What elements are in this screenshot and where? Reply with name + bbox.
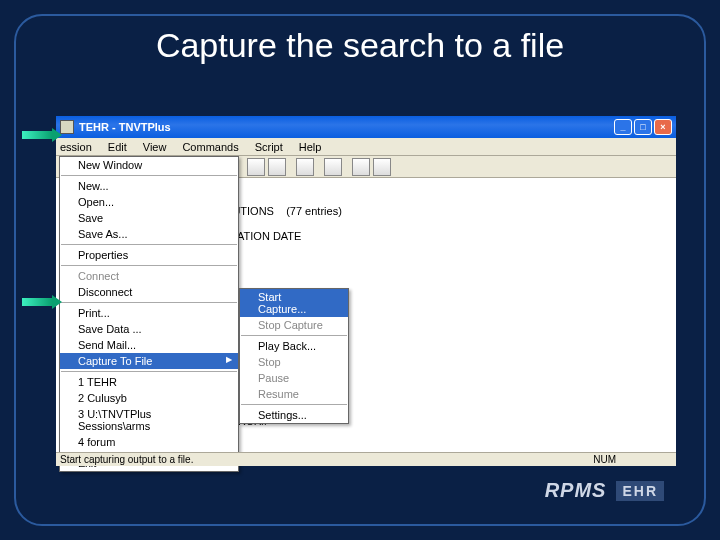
menu-edit[interactable]: Edit	[100, 140, 135, 154]
menu-properties[interactable]: Properties	[60, 247, 238, 263]
menu-new[interactable]: New...	[60, 178, 238, 194]
submenu-play-back[interactable]: Play Back...	[240, 338, 348, 354]
toolbar-icon[interactable]	[373, 158, 391, 176]
menu-session[interactable]: ession	[58, 140, 100, 154]
callout-arrow-icon	[22, 294, 62, 306]
menu-recent-4[interactable]: 4 forum	[60, 434, 238, 450]
menu-recent-1[interactable]: 1 TEHR	[60, 374, 238, 390]
toolbar-icon[interactable]	[296, 158, 314, 176]
menu-help[interactable]: Help	[291, 140, 330, 154]
app-icon	[60, 120, 74, 134]
menu-capture-to-file[interactable]: Capture To File	[60, 353, 238, 369]
window-title: TEHR - TNVTPlus	[79, 121, 614, 133]
menu-script[interactable]: Script	[247, 140, 291, 154]
menubar: ession Edit View Commands Script Help	[56, 138, 676, 156]
submenu-settings[interactable]: Settings...	[240, 407, 348, 423]
logo-ehr: EHR	[616, 481, 664, 501]
menu-recent-3[interactable]: 3 U:\TNVTPlus Sessions\arms	[60, 406, 238, 434]
status-num: NUM	[593, 454, 616, 465]
menu-open[interactable]: Open...	[60, 194, 238, 210]
app-window: TEHR - TNVTPlus _ □ × ession Edit View C…	[56, 116, 676, 466]
menu-commands[interactable]: Commands	[174, 140, 246, 154]
session-dropdown: New Window New... Open... Save Save As..…	[59, 156, 239, 472]
menu-view[interactable]: View	[135, 140, 175, 154]
capture-submenu: Start Capture... Stop Capture Play Back.…	[239, 288, 349, 424]
menu-recent-2[interactable]: 2 Culusyb	[60, 390, 238, 406]
callout-arrow-icon	[22, 127, 62, 139]
menu-save-as[interactable]: Save As...	[60, 226, 238, 242]
submenu-stop-capture: Stop Capture	[240, 317, 348, 333]
menu-save-data[interactable]: Save Data ...	[60, 321, 238, 337]
menu-new-window[interactable]: New Window	[60, 157, 238, 173]
logo-rpms: RPMS	[545, 479, 607, 502]
menu-save[interactable]: Save	[60, 210, 238, 226]
slide-title: Capture the search to a file	[16, 26, 704, 65]
menu-send-mail[interactable]: Send Mail...	[60, 337, 238, 353]
maximize-button[interactable]: □	[634, 119, 652, 135]
submenu-pause: Pause	[240, 370, 348, 386]
close-button[interactable]: ×	[654, 119, 672, 135]
submenu-start-capture[interactable]: Start Capture...	[240, 289, 348, 317]
statusbar: Start capturing output to a file. NUM	[56, 452, 676, 466]
status-text: Start capturing output to a file.	[60, 454, 193, 465]
submenu-stop: Stop	[240, 354, 348, 370]
menu-connect: Connect	[60, 268, 238, 284]
titlebar: TEHR - TNVTPlus _ □ ×	[56, 116, 676, 138]
menu-print[interactable]: Print...	[60, 305, 238, 321]
footer-logo: RPMS EHR	[545, 479, 664, 502]
submenu-resume: Resume	[240, 386, 348, 402]
minimize-button[interactable]: _	[614, 119, 632, 135]
toolbar-icon[interactable]	[352, 158, 370, 176]
menu-disconnect[interactable]: Disconnect	[60, 284, 238, 300]
toolbar-icon[interactable]	[324, 158, 342, 176]
toolbar-icon[interactable]	[268, 158, 286, 176]
toolbar-icon[interactable]	[247, 158, 265, 176]
